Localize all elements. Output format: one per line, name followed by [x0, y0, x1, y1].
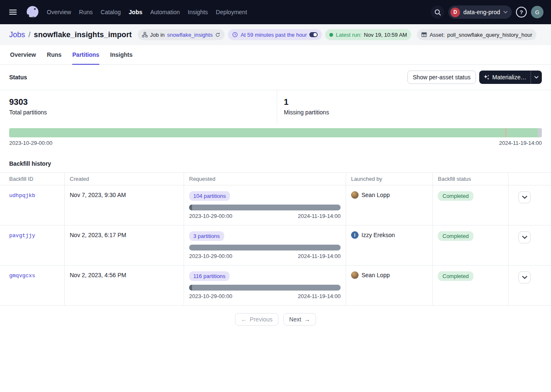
backfill-range-start: 2023-10-29-00:00	[189, 213, 232, 219]
top-navigation: OverviewRunsCatalogJobsAutomationInsight…	[0, 0, 551, 24]
column-backfill-status: Backfill status	[433, 173, 508, 185]
materialize-label: Materialize…	[492, 74, 526, 81]
partition-range-end: 2024-11-19-14:00	[499, 140, 542, 146]
backfill-row: pavgtjjy Nov 2, 2023, 6:17 PM 3 partitio…	[0, 225, 551, 266]
topnav-item-overview[interactable]: Overview	[47, 9, 71, 15]
chevron-down-icon	[522, 196, 527, 199]
materialize-split-button: Materialize…	[479, 71, 542, 84]
status-actions: Show per-asset status Materialize…	[407, 71, 542, 84]
backfill-id-link[interactable]: gmqvgcxs	[9, 273, 35, 279]
chevron-down-icon	[522, 276, 527, 279]
search-icon[interactable]	[431, 5, 444, 19]
backfill-range-start: 2023-10-29-00:00	[189, 253, 232, 259]
deployment-switcher[interactable]: D data-eng-prod	[448, 5, 512, 19]
topnav-links: OverviewRunsCatalogJobsAutomationInsight…	[47, 9, 247, 15]
column-actions	[508, 173, 551, 185]
schedule-label: At 59 minutes past the hour	[240, 32, 307, 38]
total-partitions-value: 9303	[9, 97, 277, 107]
tab-runs[interactable]: Runs	[47, 45, 61, 65]
status-header: Status Show per-asset status Materialize…	[0, 65, 551, 90]
topnav-item-runs[interactable]: Runs	[79, 9, 93, 15]
show-per-asset-status-button[interactable]: Show per-asset status	[407, 71, 476, 84]
tab-overview[interactable]: Overview	[10, 45, 36, 65]
backfill-table-header: Backfill ID Created Requested Launched b…	[0, 172, 551, 185]
materialize-button[interactable]: Materialize…	[479, 71, 531, 84]
breadcrumb-separator: /	[28, 30, 30, 39]
table-grid-icon	[421, 32, 427, 38]
breadcrumb-jobs-link[interactable]: Jobs	[9, 30, 25, 39]
backfill-id-link[interactable]: pavgtjjy	[9, 233, 35, 239]
column-launched-by: Launched by	[346, 173, 433, 185]
backfill-bar-leading-segment	[189, 205, 192, 210]
launched-by-name: Izzy Erekson	[361, 232, 395, 238]
missing-partitions-label: Missing partitions	[284, 109, 551, 116]
backfill-status-badge: Completed	[438, 231, 473, 241]
materialize-options-button[interactable]	[531, 71, 542, 84]
reload-icon[interactable]	[215, 32, 220, 38]
latest-run-time-link[interactable]: Nov 19, 10:59 AM	[364, 32, 407, 38]
partition-stats: 9303 Total partitions 1 Missing partitio…	[0, 90, 551, 123]
backfill-status-badge: Completed	[438, 191, 473, 201]
chevron-down-icon	[503, 11, 508, 13]
job-location-badge: Job in snowflake_insights	[138, 29, 225, 40]
column-created: Created	[65, 173, 184, 185]
user-avatar[interactable]: G	[531, 6, 543, 18]
expand-row-button[interactable]	[518, 191, 531, 203]
missing-partitions-value: 1	[284, 97, 551, 107]
pagination: ← Previous Next →	[0, 306, 551, 342]
tab-insights[interactable]: Insights	[110, 45, 133, 65]
backfill-range-end: 2024-11-19-14:00	[298, 293, 341, 299]
next-page-button[interactable]: Next →	[283, 313, 316, 326]
backfill-partition-bar[interactable]	[189, 205, 341, 210]
asset-label: Asset:	[430, 32, 445, 38]
backfill-partition-bar[interactable]	[189, 285, 341, 291]
help-icon[interactable]: ?	[516, 7, 527, 18]
total-partitions-stat: 9303 Total partitions	[0, 90, 277, 123]
topnav-item-jobs[interactable]: Jobs	[129, 9, 142, 15]
asset-link[interactable]: poll_snowflake_query_history_hour	[447, 32, 532, 38]
status-section-title: Status	[9, 74, 27, 81]
deployment-avatar: D	[450, 8, 460, 17]
launched-by-name: Sean Lopp	[361, 272, 390, 278]
sparkle-icon	[483, 74, 490, 81]
avatar: I	[351, 231, 359, 239]
chevron-down-icon	[534, 76, 538, 78]
asset-badge: Asset: poll_snowflake_query_history_hour	[417, 29, 536, 40]
backfill-table: Backfill ID Created Requested Launched b…	[0, 172, 551, 306]
expand-row-button[interactable]	[518, 231, 531, 243]
total-partitions-label: Total partitions	[9, 109, 277, 116]
requested-partitions-badge: 3 partitions	[189, 231, 224, 241]
failed-partition-tick	[506, 128, 506, 137]
backfill-range-end: 2024-11-19-14:00	[298, 213, 341, 219]
backfill-created: Nov 7, 2023, 9:30 AM	[70, 192, 126, 198]
backfill-range-start: 2023-10-29-00:00	[189, 293, 232, 299]
tab-partitions[interactable]: Partitions	[72, 45, 99, 65]
schedule-toggle[interactable]	[309, 32, 318, 37]
missing-partitions-stat: 1 Missing partitions	[277, 90, 551, 123]
partition-status-bar[interactable]	[9, 128, 542, 137]
previous-page-button[interactable]: ← Previous	[235, 313, 278, 326]
job-location-prefix: Job in	[150, 32, 165, 38]
hamburger-menu-icon[interactable]	[6, 5, 20, 19]
partition-range-start: 2023-10-29-00:00	[9, 140, 52, 146]
backfill-created: Nov 2, 2023, 6:17 PM	[70, 232, 126, 238]
topnav-item-automation[interactable]: Automation	[150, 9, 180, 15]
launched-by-name: Sean Lopp	[361, 192, 390, 198]
code-location-link[interactable]: snowflake_insights	[167, 32, 212, 38]
schedule-badge: At 59 minutes past the hour	[228, 29, 322, 40]
latest-run-label: Latest run:	[336, 32, 361, 38]
topnav-item-insights[interactable]: Insights	[188, 9, 208, 15]
backfill-bar-leading-segment	[189, 285, 192, 291]
arrow-right-icon: →	[304, 316, 310, 323]
expand-row-button[interactable]	[518, 271, 531, 283]
backfill-partition-bar[interactable]	[189, 245, 341, 250]
deployment-name: data-eng-prod	[463, 9, 500, 15]
topnav-item-deployment[interactable]: Deployment	[216, 9, 247, 15]
column-requested: Requested	[184, 173, 346, 185]
backfill-id-link[interactable]: udhpqjkb	[9, 192, 35, 199]
clock-icon	[232, 32, 238, 38]
avatar	[351, 191, 359, 199]
backfill-rows: udhpqjkb Nov 7, 2023, 9:30 AM 104 partit…	[0, 185, 551, 306]
backfill-row: udhpqjkb Nov 7, 2023, 9:30 AM 104 partit…	[0, 185, 551, 225]
topnav-item-catalog[interactable]: Catalog	[101, 9, 121, 15]
